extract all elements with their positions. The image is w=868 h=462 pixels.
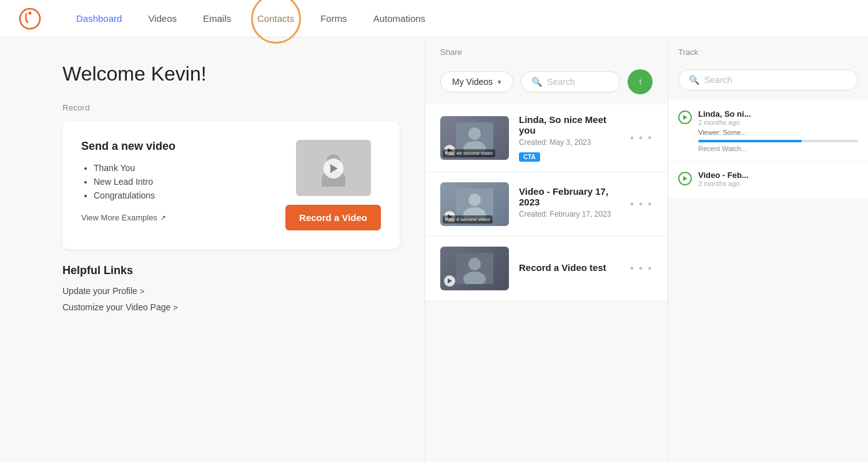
track-panel-header: 🔍 Search xyxy=(668,57,868,101)
track-item-1[interactable]: Linda, So ni... 2 months ago Viewer: Som… xyxy=(668,101,868,162)
my-videos-label: My Videos xyxy=(452,77,493,87)
list-item: New Lead Intro xyxy=(94,177,267,187)
my-videos-dropdown[interactable]: My Videos ▾ xyxy=(440,71,513,92)
share-section-label: Share xyxy=(425,37,668,57)
video-options-3[interactable]: • • • xyxy=(630,263,653,274)
nav-item-videos[interactable]: Videos xyxy=(138,8,187,29)
search-icon: 🔍 xyxy=(689,75,699,85)
track-section-label: Track xyxy=(668,37,868,57)
play-icon xyxy=(448,278,452,283)
track-items: Linda, So ni... 2 months ago Viewer: Som… xyxy=(668,101,868,199)
video-thumb-label-1: Play 46 second video xyxy=(443,149,495,157)
record-list: Thank You New Lead Intro Congratulations xyxy=(81,163,267,200)
upload-icon: ↑ xyxy=(638,76,643,87)
track-item-header-1: Linda, So ni... 2 months ago Viewer: Som… xyxy=(678,109,858,152)
helpful-link-video-page-label: Customize your Video Page xyxy=(62,302,170,312)
video-date-1: Created: May 3, 2023 xyxy=(519,138,620,147)
video-thumb-label-2: Play 4 second video xyxy=(443,215,493,224)
nav-item-contacts[interactable]: Contacts xyxy=(247,8,304,29)
view-more-examples-link[interactable]: View More Examples ↗ xyxy=(81,213,267,222)
video-date-2: Created: February 17, 2023 xyxy=(519,210,620,219)
progress-fill-1 xyxy=(698,140,802,142)
track-search-box[interactable]: 🔍 Search xyxy=(678,69,858,91)
track-item-header-2: Video - Feb... 2 months ago xyxy=(678,170,858,190)
recent-watch-label-1: Recent Watch... xyxy=(698,145,858,152)
record-card: Send a new video Thank You New Lead Intr… xyxy=(62,121,400,249)
share-panel: Share My Videos ▾ 🔍 Search ↑ xyxy=(425,37,668,462)
chevron-right-icon: > xyxy=(140,287,145,296)
share-panel-header: My Videos ▾ 🔍 Search ↑ xyxy=(425,57,668,104)
track-viewer-1: Viewer: Some... xyxy=(698,129,858,136)
video-info-3: Record a Video test xyxy=(519,262,620,275)
welcome-title: Welcome Kevin! xyxy=(62,62,400,86)
video-item-2[interactable]: Play 4 second video Video - February 17,… xyxy=(425,172,668,237)
helpful-links-title: Helpful Links xyxy=(62,264,400,277)
play-icon xyxy=(683,176,688,181)
video-title-1: Linda, So nice Meet you xyxy=(519,114,620,135)
list-item: Thank You xyxy=(94,163,267,173)
helpful-link-profile-label: Update your Profile xyxy=(62,286,137,296)
video-thumb-3 xyxy=(440,247,509,290)
video-options-2[interactable]: • • • xyxy=(630,199,653,210)
video-play-icon-3 xyxy=(444,275,455,287)
progress-bar-1 xyxy=(698,140,858,142)
app-header: Dashboard Videos Emails Contacts Forms A… xyxy=(0,0,868,37)
track-time-1: 2 months ago xyxy=(698,119,858,126)
chevron-right-icon-2: > xyxy=(173,303,178,312)
video-list: Play 46 second video Linda, So nice Meet… xyxy=(425,104,668,301)
track-play-icon-1 xyxy=(678,111,692,124)
track-item-2[interactable]: Video - Feb... 2 months ago xyxy=(668,162,868,199)
video-title-3: Record a Video test xyxy=(519,262,620,273)
track-info-1: Linda, So ni... 2 months ago Viewer: Som… xyxy=(698,109,858,152)
track-search-placeholder: Search xyxy=(704,75,732,85)
cta-badge-1: CTA xyxy=(519,152,540,162)
record-card-left: Send a new video Thank You New Lead Intr… xyxy=(81,140,267,222)
record-video-button[interactable]: Record a Video xyxy=(285,205,381,230)
track-play-icon-2 xyxy=(678,172,692,185)
external-link-icon: ↗ xyxy=(160,214,166,222)
upload-button[interactable]: ↑ xyxy=(628,69,653,94)
record-section-label: Record xyxy=(62,103,400,112)
track-time-2: 2 months ago xyxy=(698,180,858,187)
video-item-1[interactable]: Play 46 second video Linda, So nice Meet… xyxy=(425,104,668,172)
helpful-links-section: Helpful Links Update your Profile > Cust… xyxy=(62,264,400,312)
video-item-3[interactable]: Record a Video test • • • xyxy=(425,237,668,301)
track-title-1: Linda, So ni... xyxy=(698,109,858,119)
avatar-placeholder xyxy=(296,140,371,196)
video-options-1[interactable]: • • • xyxy=(630,132,653,144)
record-card-right: Record a Video xyxy=(285,140,381,230)
main-content: Welcome Kevin! Record Send a new video T… xyxy=(0,37,868,462)
svg-point-6 xyxy=(468,194,481,206)
video-title-2: Video - February 17, 2023 xyxy=(519,186,620,207)
svg-point-3 xyxy=(468,127,481,140)
svg-point-1 xyxy=(29,11,32,14)
track-panel: Track 🔍 Search Linda, So ni... 2 months … xyxy=(668,37,868,462)
svg-point-9 xyxy=(468,258,481,270)
video-info-2: Video - February 17, 2023 Created: Febru… xyxy=(519,186,620,222)
nav-item-forms[interactable]: Forms xyxy=(310,8,357,29)
chevron-down-icon: ▾ xyxy=(498,78,501,86)
video-thumb-2: Play 4 second video xyxy=(440,182,509,226)
left-panel: Welcome Kevin! Record Send a new video T… xyxy=(0,37,425,462)
main-nav: Dashboard Videos Emails Contacts Forms A… xyxy=(66,8,435,29)
helpful-link-profile[interactable]: Update your Profile > xyxy=(62,286,400,296)
play-icon xyxy=(330,164,338,173)
helpful-link-video-page[interactable]: Customize your Video Page > xyxy=(62,302,400,312)
play-icon xyxy=(683,115,688,120)
nav-item-emails[interactable]: Emails xyxy=(193,8,241,29)
video-info-1: Linda, So nice Meet you Created: May 3, … xyxy=(519,114,620,162)
share-search-box[interactable]: 🔍 Search xyxy=(521,71,620,92)
nav-item-contacts-wrapper: Contacts xyxy=(247,8,304,29)
video-thumb-1: Play 46 second video xyxy=(440,116,509,160)
list-item: Congratulations xyxy=(94,190,267,200)
play-button-overlay[interactable] xyxy=(323,159,343,179)
record-card-title: Send a new video xyxy=(81,140,267,153)
nav-item-dashboard[interactable]: Dashboard xyxy=(66,8,132,29)
app-logo[interactable] xyxy=(19,7,41,30)
share-search-placeholder: Search xyxy=(547,77,575,87)
track-title-2: Video - Feb... xyxy=(698,170,858,180)
nav-item-automations[interactable]: Automations xyxy=(363,8,435,29)
track-info-2: Video - Feb... 2 months ago xyxy=(698,170,858,190)
search-icon: 🔍 xyxy=(531,77,542,87)
